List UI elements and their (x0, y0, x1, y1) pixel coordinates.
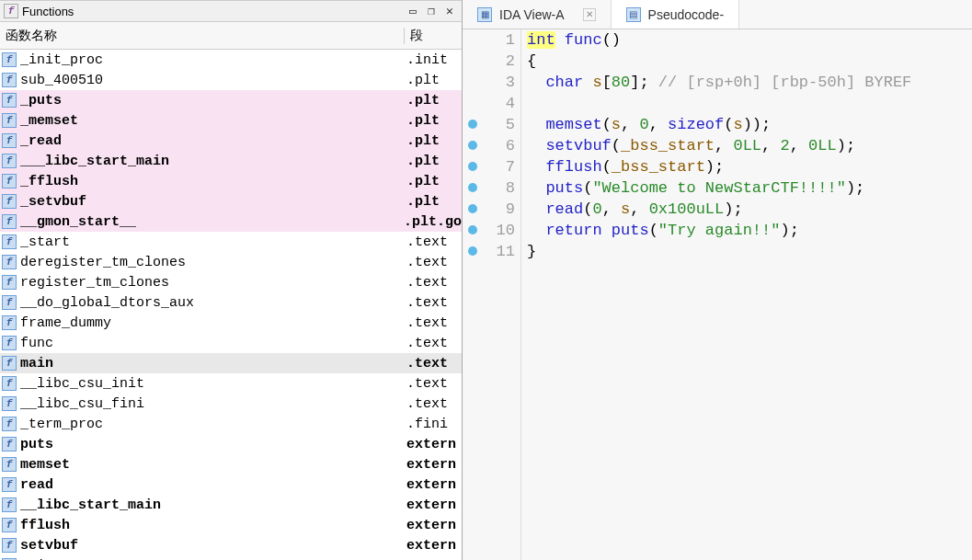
function-row[interactable]: f_start.text (0, 232, 462, 252)
function-row[interactable]: f_term_proc.fini (0, 414, 462, 434)
gutter-line[interactable]: 11 (463, 241, 515, 262)
tab-pseudocode[interactable]: ▤ Pseudocode- (612, 0, 740, 29)
function-row[interactable]: f___libc_start_main.plt (0, 151, 462, 171)
gutter-line[interactable]: 8 (463, 177, 515, 199)
function-segment: extern (401, 437, 462, 452)
function-name: register_tm_clones (20, 275, 401, 291)
function-icon: f (2, 113, 17, 128)
code-line: puts("Welcome to NewStarCTF!!!!"); (527, 177, 972, 199)
restore-button[interactable]: ❐ (423, 4, 440, 18)
function-name: _memset (20, 113, 401, 129)
function-icon: f (2, 214, 17, 229)
function-segment: extern (401, 477, 462, 493)
tab-close-icon[interactable]: ✕ (583, 8, 596, 21)
function-row[interactable]: f__libc_csu_init.text (0, 373, 462, 394)
breakpoint-icon[interactable] (468, 120, 477, 129)
function-icon: f (2, 295, 17, 310)
function-row[interactable]: f_fflush.plt (0, 171, 462, 191)
function-icon: f (2, 275, 17, 290)
close-button[interactable]: ✕ (441, 4, 458, 18)
function-name: _fflush (20, 174, 401, 189)
gutter-line[interactable]: 7 (463, 156, 515, 177)
function-name: sub_400510 (20, 73, 401, 88)
breakpoint-icon[interactable] (468, 204, 477, 213)
breakpoint-icon[interactable] (468, 225, 477, 234)
column-segment-header[interactable]: 段 (405, 28, 462, 44)
function-icon: f (2, 174, 17, 189)
function-name: deregister_tm_clones (20, 255, 401, 270)
function-row[interactable]: f__gmon_start__.plt.go (0, 211, 462, 232)
function-row[interactable]: fderegister_tm_clones.text (0, 252, 462, 272)
function-row[interactable]: ffunc.text (0, 333, 462, 353)
right-panel: ▦ IDA View-A ✕ ▤ Pseudocode- 12345678910… (463, 0, 972, 560)
function-icon: f (2, 477, 17, 492)
function-icon: f (2, 396, 17, 411)
function-icon: f (2, 457, 17, 472)
functions-icon: f (4, 4, 18, 18)
code-line: char s[80]; // [rsp+0h] [rbp-50h] BYREF (527, 72, 972, 93)
function-row[interactable]: freadextern (0, 474, 462, 495)
gutter-line[interactable]: 1 (463, 29, 515, 51)
function-row[interactable]: f__imp___gmon_start__extern (0, 555, 462, 560)
breakpoint-icon[interactable] (468, 141, 477, 150)
function-name: __libc_csu_fini (20, 396, 401, 412)
function-segment: .text (401, 356, 462, 371)
function-segment: .fini (401, 417, 462, 432)
tab-ida-view[interactable]: ▦ IDA View-A ✕ (463, 0, 612, 29)
function-name: _term_proc (20, 417, 401, 432)
function-row[interactable]: f__libc_start_mainextern (0, 495, 462, 515)
function-icon: f (2, 356, 17, 371)
function-row[interactable]: f_read.plt (0, 131, 462, 151)
function-row[interactable]: f_puts.plt (0, 90, 462, 110)
function-segment: .text (401, 376, 462, 392)
function-row[interactable]: fsub_400510.plt (0, 70, 462, 90)
function-name: fflush (20, 518, 401, 533)
gutter-line[interactable]: 10 (463, 220, 515, 241)
function-row[interactable]: f_setvbuf.plt (0, 191, 462, 211)
function-segment: .text (401, 315, 462, 331)
code-area: 1234567891011 int func(){ char s[80]; //… (463, 29, 972, 560)
functions-panel: f Functions ▭ ❐ ✕ 函数名称 段 f_init_proc.ini… (0, 0, 463, 560)
function-row[interactable]: fmain.text (0, 353, 462, 373)
function-name: __do_global_dtors_aux (20, 295, 401, 311)
code-line: memset(s, 0, sizeof(s)); (527, 114, 972, 135)
gutter-line[interactable]: 3 (463, 72, 515, 93)
function-name: _puts (20, 93, 401, 109)
function-name: setvbuf (20, 538, 401, 554)
function-row[interactable]: f_init_proc.init (0, 50, 462, 70)
function-row[interactable]: fframe_dummy.text (0, 313, 462, 333)
code-text[interactable]: int func(){ char s[80]; // [rsp+0h] [rbp… (521, 29, 972, 560)
code-line: setvbuf(_bss_start, 0LL, 2, 0LL); (527, 135, 972, 156)
function-row[interactable]: fputsextern (0, 434, 462, 454)
gutter-line[interactable]: 5 (463, 114, 515, 135)
function-name: func (20, 336, 401, 351)
breakpoint-icon[interactable] (468, 246, 477, 256)
function-name: main (20, 356, 401, 371)
gutter-line[interactable]: 9 (463, 199, 515, 220)
gutter-line[interactable]: 2 (463, 51, 515, 72)
function-row[interactable]: ffflushextern (0, 515, 462, 535)
function-name: read (20, 477, 401, 493)
column-name-header[interactable]: 函数名称 (0, 28, 405, 44)
function-row[interactable]: f__do_global_dtors_aux.text (0, 292, 462, 313)
function-row[interactable]: fregister_tm_clones.text (0, 272, 462, 292)
breakpoint-icon[interactable] (468, 183, 477, 192)
tab-ida-view-label: IDA View-A (499, 7, 565, 22)
gutter-line[interactable]: 4 (463, 93, 515, 114)
function-icon: f (2, 133, 17, 148)
function-row[interactable]: fsetvbufextern (0, 535, 462, 555)
functions-columns-header: 函数名称 段 (0, 22, 462, 50)
function-segment: .plt (401, 194, 462, 210)
line-gutter: 1234567891011 (463, 29, 521, 560)
function-segment: extern (401, 497, 462, 513)
function-segment: .text (401, 234, 462, 250)
function-row[interactable]: f__libc_csu_fini.text (0, 394, 462, 414)
breakpoint-icon[interactable] (468, 162, 477, 171)
function-icon: f (2, 73, 17, 87)
function-row[interactable]: fmemsetextern (0, 454, 462, 474)
function-row[interactable]: f_memset.plt (0, 110, 462, 131)
function-icon: f (2, 154, 17, 168)
code-line: int func() (527, 29, 972, 51)
minimize-button[interactable]: ▭ (405, 4, 421, 18)
gutter-line[interactable]: 6 (463, 135, 515, 156)
